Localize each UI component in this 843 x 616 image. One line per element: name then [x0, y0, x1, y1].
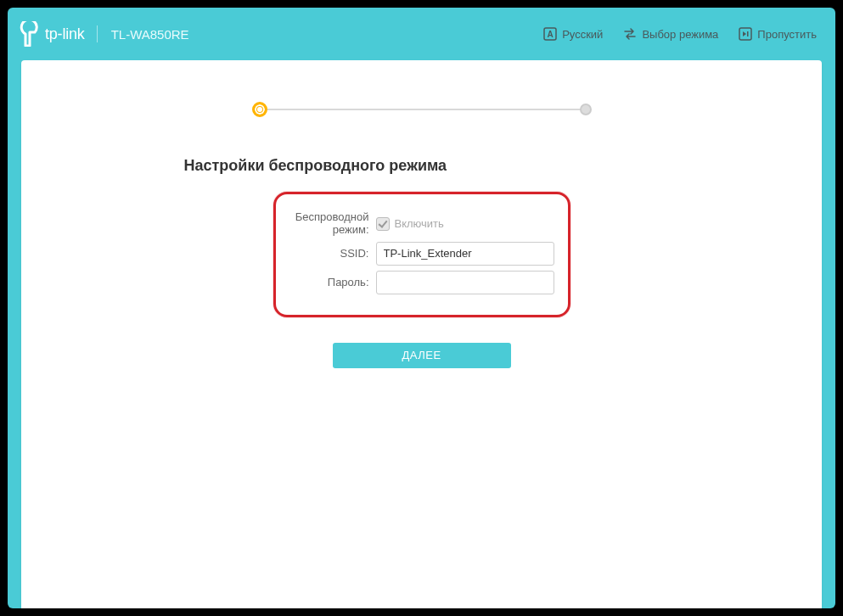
wireless-mode-label: Беспроводной режим:	[283, 211, 376, 237]
frame-corner-icon	[831, 604, 843, 616]
stepper-line	[260, 109, 584, 110]
enable-checkbox-label: Включить	[395, 217, 444, 230]
svg-text:А: А	[548, 30, 554, 39]
step-current-icon	[252, 102, 267, 117]
ssid-row: SSID:	[283, 242, 554, 266]
mode-selector[interactable]: Выбор режима	[623, 28, 718, 41]
frame-corner-icon	[831, 0, 843, 12]
skip-icon	[739, 27, 752, 41]
wireless-settings-group: Беспроводной режим: Включить SSID: Парол…	[273, 192, 570, 317]
page-title: Настройки беспроводного режима	[184, 157, 660, 175]
next-button[interactable]: ДАЛЕЕ	[333, 343, 511, 368]
language-selector[interactable]: А Русский	[543, 27, 603, 41]
wireless-mode-row: Беспроводной режим: Включить	[283, 211, 554, 237]
step-next-icon	[580, 104, 592, 115]
frame-corner-icon	[0, 0, 12, 12]
language-icon: А	[543, 27, 557, 41]
swap-icon	[623, 28, 637, 40]
brand-name: tp-link	[45, 25, 85, 43]
app-frame: tp-link TL-WA850RE А Русский Выбор режим…	[8, 8, 835, 608]
header-actions: А Русский Выбор режима Пропустить	[543, 27, 817, 41]
svg-rect-3	[747, 31, 749, 36]
wizard-stepper	[252, 101, 592, 120]
content-panel: Настройки беспроводного режима Беспровод…	[21, 60, 822, 608]
password-label: Пароль:	[283, 276, 376, 289]
skip-label: Пропустить	[757, 28, 817, 41]
brand-block: tp-link TL-WA850RE	[18, 21, 189, 47]
mode-label: Выбор режима	[642, 28, 718, 41]
ssid-input[interactable]	[376, 242, 554, 266]
language-label: Русский	[562, 28, 603, 41]
password-row: Пароль:	[283, 271, 554, 294]
header-bar: tp-link TL-WA850RE А Русский Выбор режим…	[8, 8, 835, 60]
separator	[97, 25, 98, 42]
enable-checkbox[interactable]	[376, 217, 390, 231]
skip-button[interactable]: Пропустить	[739, 27, 817, 41]
device-model: TL-WA850RE	[111, 27, 189, 42]
frame-corner-icon	[0, 604, 12, 616]
ssid-label: SSID:	[283, 247, 376, 260]
tplink-logo-icon	[18, 21, 40, 47]
password-input[interactable]	[376, 271, 554, 294]
